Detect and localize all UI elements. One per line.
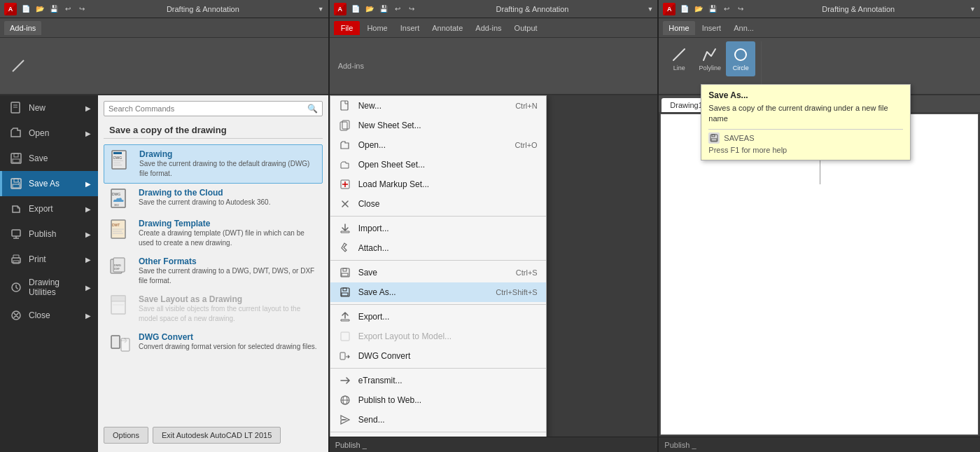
file-tab-2[interactable]: File: [334, 21, 360, 35]
workspace-dropdown-1[interactable]: ▼: [318, 6, 324, 13]
ribbon-home-3[interactable]: Home: [663, 21, 694, 35]
workspace-dropdown-2[interactable]: ▼: [647, 6, 653, 13]
ribbon-output-2[interactable]: Output: [509, 21, 543, 35]
print-icon-1: [9, 252, 23, 266]
menu-newsheetset-2[interactable]: New Sheet Set...: [330, 116, 546, 135]
publishweb-label-2: Publish to Web...: [358, 395, 422, 405]
qa-open-2[interactable]: 📂: [363, 3, 376, 15]
svg-text:DXF: DXF: [114, 267, 120, 270]
dwgconvert-option-desc-1: Convert drawing format version for selec…: [139, 342, 317, 352]
svg-rect-10: [12, 230, 20, 236]
new-file-label-2: New...: [358, 101, 382, 111]
save-file-icon-2: [339, 266, 351, 279]
line-tool-3[interactable]: Line: [664, 41, 694, 76]
new-shortcut-2: Ctrl+N: [515, 102, 537, 110]
app-logo-2[interactable]: A: [334, 3, 346, 15]
tooltip-command-3: SAVEAS: [708, 132, 903, 144]
qa-new-3[interactable]: 📄: [678, 3, 691, 15]
quick-access-1: 📄 📂 💾 ↩ ↪: [20, 3, 88, 15]
qa-redo-3[interactable]: ↪: [734, 3, 747, 15]
title-bar-3: A 📄 📂 💾 ↩ ↪ Drafting & Annotation ▼: [659, 0, 980, 18]
menu-etransmit-2[interactable]: eTransmit...: [330, 371, 546, 390]
menu-print-1[interactable]: Print ▶: [0, 247, 98, 272]
menu-export-2[interactable]: Export...: [330, 307, 546, 327]
menu-publishweb-2[interactable]: Publish to Web...: [330, 390, 546, 410]
app-logo-3[interactable]: A: [663, 3, 676, 15]
menu-open-2[interactable]: Open... Ctrl+O: [330, 135, 546, 155]
tooltip-divider-3: [708, 129, 903, 130]
layout-option-title-1: Save Layout as a Drawing: [139, 294, 317, 304]
ribbon-ann-3[interactable]: Ann...: [728, 21, 760, 35]
ribbon-home-2[interactable]: Home: [361, 21, 393, 35]
menu-opensheetset-2[interactable]: Open Sheet Set...: [330, 155, 546, 174]
template-option-text-1: Drawing Template Create a drawing templa…: [139, 219, 317, 248]
save-option-cloud-1[interactable]: DWG 360 Drawing to the Cloud Save the cu…: [104, 184, 323, 214]
menu-new-2[interactable]: New... Ctrl+N: [330, 96, 546, 116]
workspace-title-3: Drafting & Annotation: [750, 5, 967, 13]
menu-drawing-utilities-1[interactable]: Drawing Utilities ▶: [0, 272, 98, 303]
toolbar-draw-1[interactable]: [6, 53, 31, 78]
save-option-drawing-1[interactable]: DWG Drawing Save the current drawing to …: [104, 144, 323, 184]
tooltip-command-text-3: SAVEAS: [724, 134, 754, 142]
search-bar-1[interactable]: 🔍: [104, 101, 323, 116]
open-file-label-2: Open...: [358, 140, 386, 150]
qa-new-2[interactable]: 📄: [349, 3, 362, 15]
exit-button-1[interactable]: Exit Autodesk AutoCAD LT 2015: [153, 427, 281, 444]
qa-undo-2[interactable]: ↩: [391, 3, 404, 15]
save-option-dwgconvert-1[interactable]: DWG Convert Convert drawing format versi…: [104, 328, 323, 359]
qa-redo-1[interactable]: ↪: [76, 3, 88, 15]
qa-open-3[interactable]: 📂: [692, 3, 705, 15]
ribbon-annotate-2[interactable]: Annotate: [426, 21, 468, 35]
menu-saveas-1[interactable]: Save As ▶: [0, 171, 98, 196]
menu-attach-2[interactable]: Attach...: [330, 238, 546, 258]
polyline-tool-3[interactable]: Polyline: [695, 41, 724, 76]
formats-option-text-1: Other Formats Save the current drawing t…: [139, 256, 317, 286]
new-file-icon-2: [339, 100, 351, 112]
menu-send-2[interactable]: Send...: [330, 410, 546, 430]
qa-redo-2[interactable]: ↪: [405, 3, 418, 15]
menu-import-2[interactable]: Import...: [330, 219, 546, 238]
menu-publish-1[interactable]: Publish ▶: [0, 221, 98, 247]
layout-option-icon-1: [109, 294, 132, 317]
toolbar-1: [0, 38, 328, 95]
qa-save-1[interactable]: 💾: [48, 3, 60, 15]
import-label-2: Import...: [358, 224, 389, 233]
svg-rect-36: [111, 336, 120, 348]
app-logo-1[interactable]: A: [4, 3, 17, 15]
attach-icon-2: [339, 242, 351, 254]
save-option-formats-1[interactable]: DWG DXF Other Formats Save the current d…: [104, 252, 323, 290]
svg-rect-49: [340, 352, 345, 359]
qa-save-2[interactable]: 💾: [377, 3, 390, 15]
circle-tool-3[interactable]: Circle: [726, 41, 755, 76]
saveas-arrow-1: ▶: [85, 180, 91, 188]
menu-close-1[interactable]: Close ▶: [0, 303, 98, 328]
menu-save-1[interactable]: Save: [0, 146, 98, 171]
save-icon-1: [9, 151, 23, 165]
ribbon-addins-2[interactable]: Add-ins: [470, 21, 507, 35]
workspace-dropdown-3[interactable]: ▼: [969, 6, 976, 13]
ribbon-insert-2[interactable]: Insert: [395, 21, 426, 35]
ribbon-tab-addins-1[interactable]: Add-ins: [4, 21, 41, 35]
menu-saveas-2[interactable]: Save As... Ctrl+Shift+S: [330, 282, 546, 302]
ribbon-insert-3[interactable]: Insert: [696, 21, 727, 35]
menu-close-2[interactable]: Close: [330, 194, 546, 214]
search-input-1[interactable]: [108, 104, 304, 113]
menu-new-1[interactable]: New ▶: [0, 95, 98, 121]
layout-option-text-1: Save Layout as a Drawing Save all visibl…: [139, 294, 317, 324]
qa-undo-3[interactable]: ↩: [720, 3, 733, 15]
print-arrow-1: ▶: [85, 256, 91, 263]
menu-save-2[interactable]: Save Ctrl+S: [330, 263, 546, 282]
qa-save-3[interactable]: 💾: [706, 3, 719, 15]
menu-dwgconvert-2[interactable]: DWG Convert: [330, 346, 546, 366]
menu-export-1[interactable]: Export ▶: [0, 196, 98, 221]
qa-undo-1[interactable]: ↩: [62, 3, 74, 15]
menu-loadmarkup-2[interactable]: Load Markup Set...: [330, 174, 546, 194]
status-bar-3: Publish _: [659, 437, 980, 452]
status-publish-3: Publish _: [664, 441, 696, 449]
options-button-1[interactable]: Options: [104, 427, 148, 444]
menu-open-1[interactable]: Open ▶: [0, 121, 98, 146]
qa-new-1[interactable]: 📄: [20, 3, 32, 15]
tooltip-help-3: Press F1 for more help: [708, 146, 903, 154]
qa-open-1[interactable]: 📂: [34, 3, 46, 15]
save-option-template-1[interactable]: DWT Drawing Template Create a drawing te…: [104, 214, 323, 252]
